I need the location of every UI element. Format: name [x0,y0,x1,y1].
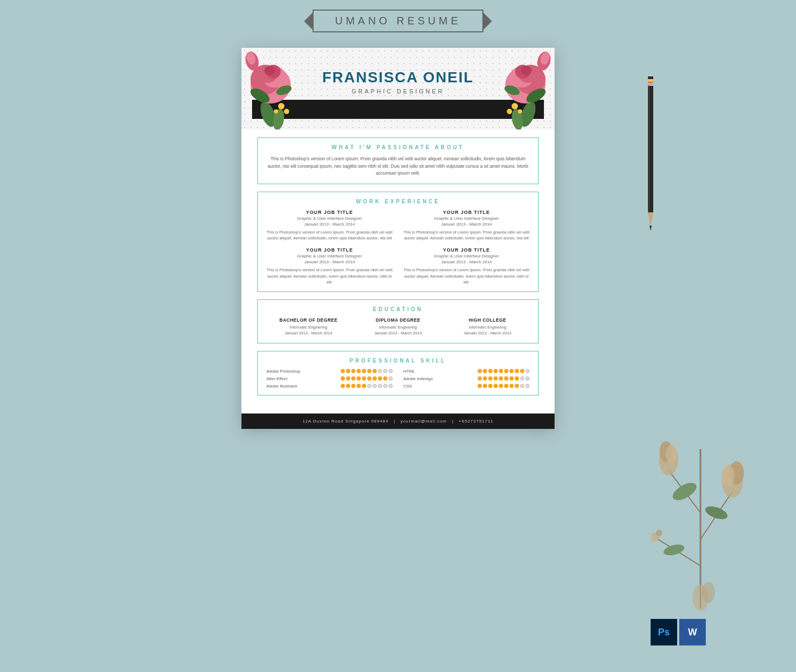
skill-dots-html [478,376,530,381]
edu-item-2: DIPLOMA DEGREE Informatic EngineringJanu… [356,317,440,337]
floral-right-decoration [626,407,775,619]
svg-point-17 [512,103,518,109]
passionate-heading: WHAT I'M PASSIONATE ABOUT [266,144,530,150]
svg-point-10 [264,66,275,75]
skill-row-css: CSS [403,384,530,389]
skill-dots-aftereffect [478,369,530,373]
work-desc-3: This is Photoshop's version of Lorem Ips… [266,267,393,285]
work-title-2: YOUR JOB TITLE [403,210,530,215]
edu-sub-3: Informatic EngineringJanuari 2013 - Marc… [445,324,530,337]
edu-sub-1: Informatic EngineringJanuari 2013 - Marc… [266,324,351,337]
edu-title-3: HIGH COLLEGE [445,317,530,323]
svg-point-53 [650,538,655,543]
svg-point-43 [704,504,729,522]
work-desc-1: This is Photoshop's version of Lorem Ips… [266,229,393,242]
skills-left-col: Adobe Photoshop After Effect Adobe Illus… [266,369,393,389]
brand-header: UMANO RESUME [0,0,796,39]
word-icon: W [679,619,706,645]
svg-point-50 [722,465,734,486]
work-sub2-2: Januari 2013 - March 2014 [403,222,530,227]
photoshop-icon: Ps [651,619,677,645]
skills-grid: Adobe Photoshop After Effect Adobe Illus… [266,369,530,389]
svg-point-18 [507,109,512,114]
work-sub1-2: Graphic & User Interface Designer [403,216,530,221]
skill-dots-indesign [341,384,393,388]
svg-point-55 [702,582,715,603]
svg-rect-36 [648,76,653,79]
resume-body: WHAT I'M PASSIONATE ABOUT This is Photos… [241,130,555,413]
skills-heading: PROFESSIONAL SKILL [266,358,530,364]
edu-title-1: BACHELOR OF DEGREE [266,317,351,323]
skill-row-html: Adobe Indesign [403,376,530,381]
resume-footer: 12A Duxton Road Singapore 089484 | yourm… [241,413,555,429]
work-item-4: YOUR JOB TITLE Graphic & User Interface … [403,247,530,285]
skills-right-col: HTML Adobe Indesign CSS [403,369,530,389]
work-sub2-1: Januari 2013 - March 2014 [266,222,393,227]
resume-header: FRANSISCA ONEIL GRAPHIC DESIGNER [241,48,555,130]
passionate-text: This is Photoshop's version of Lorem Ips… [266,156,530,177]
edu-title-2: DIPLOMA DEGREE [356,317,440,323]
svg-point-2 [278,103,284,109]
skill-dots-css [478,384,530,388]
education-section: EDUCATION BACHELOR OF DEGREE Informatic … [257,299,539,343]
work-title-3: YOUR JOB TITLE [266,247,393,253]
skill-name-photoshop: Adobe Photoshop [266,369,314,374]
skill-name-illustrator: After Effect [266,376,314,381]
work-item-1: YOUR JOB TITLE Graphic & User Interface … [266,210,393,242]
education-grid: BACHELOR OF DEGREE Informatic Enginering… [266,317,530,337]
work-sub2-3: Januari 2013 - March 2014 [266,260,393,264]
edu-sub-2: Informatic EngineringJanuari 2013 - Marc… [356,324,440,337]
svg-marker-32 [650,226,652,231]
work-desc-4: This is Photoshop's version of Lorem Ips… [403,267,530,285]
footer-phone: +65272791711 [458,419,494,424]
work-title-1: YOUR JOB TITLE [266,210,393,215]
app-icons: Ps W [651,619,706,645]
work-title-4: YOUR JOB TITLE [403,247,530,253]
skills-section: PROFESSIONAL SKILL Adobe Photoshop After… [257,351,539,395]
resume-paper: FRANSISCA ONEIL GRAPHIC DESIGNER WHAT I'… [241,48,555,429]
skill-name-css: CSS [403,384,451,389]
skill-name-html: Adobe Indesign [403,376,451,381]
edu-item-3: HIGH COLLEGE Informatic EngineringJanuar… [445,317,530,337]
skill-row-aftereffect: HTML [403,369,530,374]
work-heading: WORK EXPERIENCE [266,199,530,204]
work-sub1-3: Graphic & User Interface Designer [266,254,393,259]
skill-row-illustrator: After Effect [266,376,393,381]
work-section: WORK EXPERIENCE YOUR JOB TITLE Graphic &… [257,192,539,292]
svg-point-42 [670,479,699,504]
svg-point-3 [284,109,289,114]
skill-row-photoshop: Adobe Photoshop [266,369,393,374]
svg-point-47 [666,445,677,464]
work-item-3: YOUR JOB TITLE Graphic & User Interface … [266,247,393,285]
footer-address: 12A Duxton Road Singapore 089484 [302,419,388,424]
flower-right-decoration [475,48,555,130]
svg-rect-37 [648,85,650,212]
skill-name-aftereffect: HTML [403,369,451,374]
skill-dots-photoshop [341,369,393,373]
svg-point-19 [518,109,522,114]
skill-row-indesign: Adobe Illustrator [266,384,393,389]
work-desc-2: This is Photoshop's version of Lorem Ips… [403,229,530,242]
brand-title: UMANO RESUME [313,10,483,32]
flower-left-decoration [241,48,321,130]
footer-email: yourmail@mail.com [401,419,447,424]
svg-point-52 [656,530,662,536]
education-heading: EDUCATION [266,306,530,312]
skill-name-indesign: Adobe Illustrator [266,384,314,389]
passionate-section: WHAT I'M PASSIONATE ABOUT This is Photos… [257,137,539,184]
work-grid: YOUR JOB TITLE Graphic & User Interface … [266,210,530,285]
svg-point-4 [274,109,278,114]
work-sub1-1: Graphic & User Interface Designer [266,216,393,221]
work-sub2-4: Januari 2013 - March 2014 [403,260,530,264]
work-sub1-4: Graphic & User Interface Designer [403,254,530,259]
work-item-2: YOUR JOB TITLE Graphic & User Interface … [403,210,530,242]
pencil-decoration [646,74,655,234]
svg-point-25 [521,66,532,75]
skill-dots-illustrator [341,376,393,381]
edu-item-1: BACHELOR OF DEGREE Informatic Enginering… [266,317,351,337]
